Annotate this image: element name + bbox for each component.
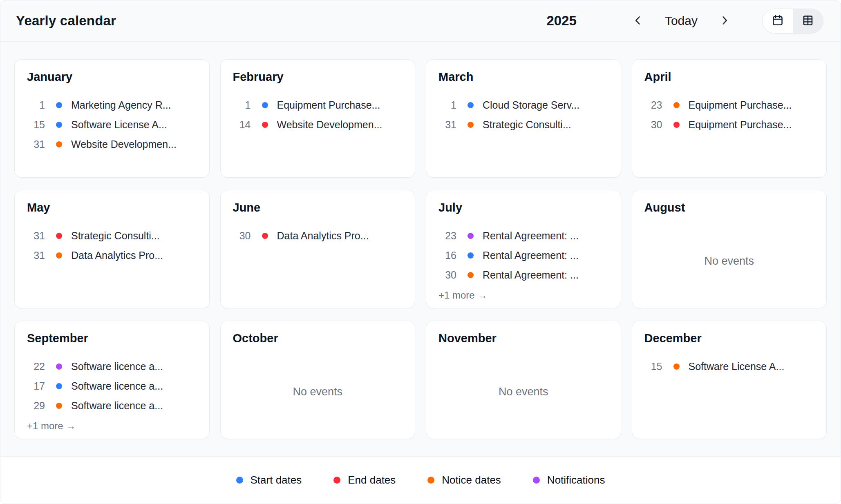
event-row[interactable]: 15Software License A...	[644, 357, 814, 376]
header-controls: 2025 Today	[547, 9, 823, 33]
event-date: 31	[27, 230, 45, 242]
event-label: Rental Agreement: ...	[483, 250, 579, 261]
event-date: 30	[233, 230, 251, 242]
month-events: 15Software License A...	[644, 357, 814, 430]
month-events: 1Equipment Purchase...14Website Developm…	[233, 95, 403, 168]
event-row[interactable]: 17Software licence a...	[27, 376, 197, 396]
month-card-december[interactable]: December 15Software License A...	[632, 321, 827, 439]
month-card-june[interactable]: June 30Data Analytics Pro...	[220, 190, 416, 308]
legend-item-start: Start dates	[236, 474, 302, 486]
month-card-january[interactable]: January 1Marketing Agency R...15Software…	[14, 59, 210, 178]
event-date: 17	[27, 380, 45, 392]
month-name: March	[438, 70, 608, 84]
event-row[interactable]: 23Equipment Purchase...	[644, 95, 814, 115]
event-row[interactable]: 16Rental Agreement: ...	[438, 245, 608, 265]
notice-dot-icon	[467, 272, 474, 278]
notification-dot-icon	[533, 477, 540, 484]
event-row[interactable]: 23Rental Agreement: ...	[438, 226, 608, 245]
event-label: Strategic Consulti...	[71, 230, 160, 242]
event-row[interactable]: 31Strategic Consulti...	[438, 115, 608, 134]
year-display: 2025	[547, 13, 577, 29]
start-dot-icon	[467, 102, 474, 108]
month-name: August	[644, 201, 814, 214]
notice-dot-icon	[467, 122, 474, 128]
event-row[interactable]: 30Rental Agreement: ...	[438, 265, 608, 285]
event-date: 15	[644, 361, 662, 372]
event-row[interactable]: 1Marketing Agency R...	[27, 95, 197, 115]
start-dot-icon	[56, 102, 62, 108]
end-dot-icon	[56, 233, 62, 239]
month-events: No events	[644, 226, 814, 299]
event-label: Rental Agreement: ...	[483, 269, 579, 281]
event-label: Data Analytics Pro...	[277, 230, 369, 242]
month-events: 22Software licence a...17Software licenc…	[27, 357, 197, 432]
event-date: 30	[644, 119, 662, 131]
month-name: December	[644, 332, 814, 345]
grid-icon	[802, 14, 814, 28]
event-date: 31	[27, 250, 45, 261]
end-dot-icon	[673, 122, 680, 128]
event-row[interactable]: 31Website Developmen...	[27, 134, 197, 154]
event-label: Cloud Storage Serv...	[483, 99, 579, 111]
legend-label: Start dates	[251, 474, 302, 486]
month-name: July	[438, 201, 608, 214]
chevron-right-icon	[718, 14, 731, 28]
event-date: 1	[233, 99, 251, 111]
event-row[interactable]: 31Data Analytics Pro...	[27, 245, 197, 265]
event-date: 14	[233, 119, 251, 131]
event-row[interactable]: 14Website Developmen...	[233, 115, 403, 134]
event-date: 16	[438, 250, 456, 261]
event-date: 1	[27, 99, 45, 111]
notice-dot-icon	[56, 141, 62, 147]
month-name: April	[644, 70, 814, 84]
more-events-link[interactable]: +1 more →	[438, 290, 487, 301]
event-row[interactable]: 29Software licence a...	[27, 396, 197, 415]
month-card-february[interactable]: February 1Equipment Purchase...14Website…	[220, 59, 416, 178]
month-events: 31Strategic Consulti...31Data Analytics …	[27, 226, 197, 299]
grid-view-button[interactable]	[793, 9, 823, 33]
event-label: Website Developmen...	[71, 138, 177, 150]
event-row[interactable]: 1Equipment Purchase...	[233, 95, 403, 115]
start-dot-icon	[262, 102, 268, 108]
event-row[interactable]: 1Cloud Storage Serv...	[438, 95, 608, 115]
calendar-body: January 1Marketing Agency R...15Software…	[0, 42, 841, 441]
event-date: 31	[27, 138, 45, 150]
start-dot-icon	[467, 252, 474, 259]
month-card-november[interactable]: November No events	[426, 321, 621, 439]
event-date: 15	[27, 119, 45, 131]
month-card-september[interactable]: September 22Software licence a...17Softw…	[14, 321, 210, 439]
notice-dot-icon	[427, 477, 434, 484]
month-card-august[interactable]: August No events	[632, 190, 827, 308]
yearly-calendar-app: Yearly calendar 2025 Today	[0, 0, 841, 504]
no-events-text: No events	[233, 357, 403, 430]
event-label: Software licence a...	[71, 361, 163, 372]
event-date: 23	[438, 230, 456, 242]
month-card-may[interactable]: May 31Strategic Consulti...31Data Analyt…	[14, 190, 210, 308]
event-label: Software licence a...	[71, 380, 163, 392]
month-card-july[interactable]: July 23Rental Agreement: ...16Rental Agr…	[426, 190, 621, 308]
calendar-view-button[interactable]	[763, 9, 793, 33]
event-label: Equipment Purchase...	[689, 119, 792, 131]
event-label: Software licence a...	[71, 400, 163, 412]
legend-item-end: End dates	[333, 474, 396, 486]
event-row[interactable]: 22Software licence a...	[27, 357, 197, 376]
month-events: No events	[438, 357, 608, 430]
more-events-link[interactable]: +1 more →	[27, 420, 76, 432]
month-name: September	[27, 332, 197, 345]
month-card-april[interactable]: April 23Equipment Purchase...30Equipment…	[632, 59, 827, 178]
event-row[interactable]: 31Strategic Consulti...	[27, 226, 197, 245]
event-label: Data Analytics Pro...	[71, 250, 163, 261]
event-row[interactable]: 30Data Analytics Pro...	[233, 226, 403, 245]
view-toggle	[762, 9, 823, 33]
month-name: May	[27, 201, 197, 214]
notice-dot-icon	[56, 252, 62, 259]
month-card-october[interactable]: October No events	[220, 321, 416, 439]
next-year-button[interactable]	[716, 13, 733, 29]
event-date: 30	[438, 269, 456, 281]
prev-year-button[interactable]	[630, 13, 646, 29]
event-row[interactable]: 30Equipment Purchase...	[644, 115, 814, 134]
event-row[interactable]: 15Software License A...	[27, 115, 197, 134]
month-card-march[interactable]: March 1Cloud Storage Serv...31Strategic …	[426, 59, 621, 178]
today-button[interactable]: Today	[665, 14, 698, 28]
no-events-text: No events	[438, 357, 608, 430]
